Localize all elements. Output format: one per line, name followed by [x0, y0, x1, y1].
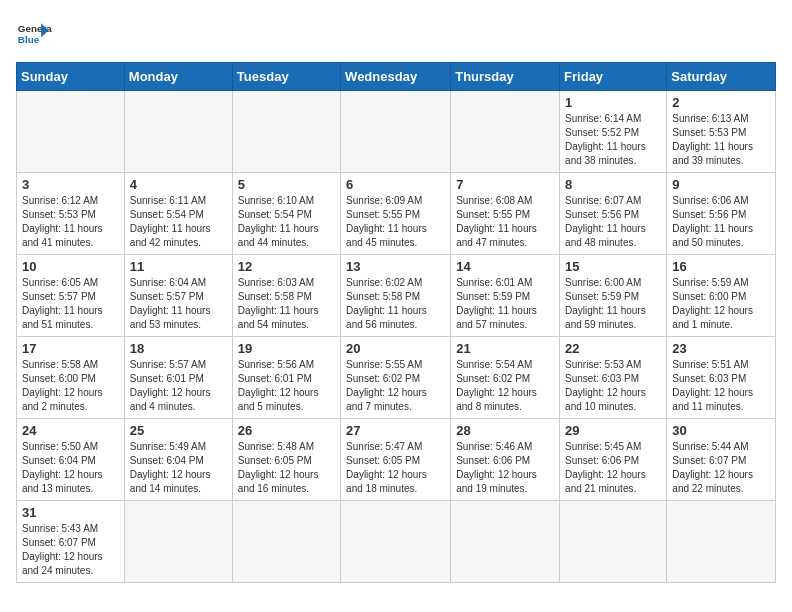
- day-number: 28: [456, 423, 554, 438]
- calendar-cell: [341, 91, 451, 173]
- day-info: Sunrise: 5:44 AM Sunset: 6:07 PM Dayligh…: [672, 440, 770, 496]
- calendar-cell: 10Sunrise: 6:05 AM Sunset: 5:57 PM Dayli…: [17, 255, 125, 337]
- calendar-table: SundayMondayTuesdayWednesdayThursdayFrid…: [16, 62, 776, 583]
- day-info: Sunrise: 6:07 AM Sunset: 5:56 PM Dayligh…: [565, 194, 661, 250]
- svg-text:Blue: Blue: [18, 34, 40, 45]
- weekday-header-wednesday: Wednesday: [341, 63, 451, 91]
- day-info: Sunrise: 5:55 AM Sunset: 6:02 PM Dayligh…: [346, 358, 445, 414]
- day-info: Sunrise: 6:09 AM Sunset: 5:55 PM Dayligh…: [346, 194, 445, 250]
- calendar-cell: 29Sunrise: 5:45 AM Sunset: 6:06 PM Dayli…: [560, 419, 667, 501]
- calendar-cell: 7Sunrise: 6:08 AM Sunset: 5:55 PM Daylig…: [451, 173, 560, 255]
- day-info: Sunrise: 5:56 AM Sunset: 6:01 PM Dayligh…: [238, 358, 335, 414]
- calendar-cell: 15Sunrise: 6:00 AM Sunset: 5:59 PM Dayli…: [560, 255, 667, 337]
- calendar-cell: [232, 91, 340, 173]
- calendar-cell: 13Sunrise: 6:02 AM Sunset: 5:58 PM Dayli…: [341, 255, 451, 337]
- day-info: Sunrise: 6:10 AM Sunset: 5:54 PM Dayligh…: [238, 194, 335, 250]
- day-number: 20: [346, 341, 445, 356]
- weekday-header-monday: Monday: [124, 63, 232, 91]
- calendar-cell: 31Sunrise: 5:43 AM Sunset: 6:07 PM Dayli…: [17, 501, 125, 583]
- day-number: 19: [238, 341, 335, 356]
- weekday-header-tuesday: Tuesday: [232, 63, 340, 91]
- day-info: Sunrise: 6:08 AM Sunset: 5:55 PM Dayligh…: [456, 194, 554, 250]
- weekday-header-thursday: Thursday: [451, 63, 560, 91]
- day-number: 26: [238, 423, 335, 438]
- calendar-cell: 11Sunrise: 6:04 AM Sunset: 5:57 PM Dayli…: [124, 255, 232, 337]
- header: General Blue: [16, 16, 776, 52]
- day-info: Sunrise: 5:50 AM Sunset: 6:04 PM Dayligh…: [22, 440, 119, 496]
- calendar-cell: 25Sunrise: 5:49 AM Sunset: 6:04 PM Dayli…: [124, 419, 232, 501]
- calendar-cell: 5Sunrise: 6:10 AM Sunset: 5:54 PM Daylig…: [232, 173, 340, 255]
- day-info: Sunrise: 5:54 AM Sunset: 6:02 PM Dayligh…: [456, 358, 554, 414]
- day-info: Sunrise: 5:53 AM Sunset: 6:03 PM Dayligh…: [565, 358, 661, 414]
- calendar-cell: [451, 501, 560, 583]
- day-number: 16: [672, 259, 770, 274]
- svg-text:General: General: [18, 23, 52, 34]
- calendar-week-row: 31Sunrise: 5:43 AM Sunset: 6:07 PM Dayli…: [17, 501, 776, 583]
- calendar-header-row: SundayMondayTuesdayWednesdayThursdayFrid…: [17, 63, 776, 91]
- calendar-cell: 24Sunrise: 5:50 AM Sunset: 6:04 PM Dayli…: [17, 419, 125, 501]
- day-info: Sunrise: 6:02 AM Sunset: 5:58 PM Dayligh…: [346, 276, 445, 332]
- calendar-cell: [451, 91, 560, 173]
- calendar-cell: 23Sunrise: 5:51 AM Sunset: 6:03 PM Dayli…: [667, 337, 776, 419]
- day-number: 29: [565, 423, 661, 438]
- day-number: 10: [22, 259, 119, 274]
- calendar-week-row: 17Sunrise: 5:58 AM Sunset: 6:00 PM Dayli…: [17, 337, 776, 419]
- day-info: Sunrise: 5:57 AM Sunset: 6:01 PM Dayligh…: [130, 358, 227, 414]
- day-number: 22: [565, 341, 661, 356]
- day-info: Sunrise: 5:45 AM Sunset: 6:06 PM Dayligh…: [565, 440, 661, 496]
- calendar-cell: 22Sunrise: 5:53 AM Sunset: 6:03 PM Dayli…: [560, 337, 667, 419]
- day-number: 18: [130, 341, 227, 356]
- calendar-week-row: 1Sunrise: 6:14 AM Sunset: 5:52 PM Daylig…: [17, 91, 776, 173]
- day-info: Sunrise: 5:48 AM Sunset: 6:05 PM Dayligh…: [238, 440, 335, 496]
- calendar-cell: 19Sunrise: 5:56 AM Sunset: 6:01 PM Dayli…: [232, 337, 340, 419]
- calendar-cell: 16Sunrise: 5:59 AM Sunset: 6:00 PM Dayli…: [667, 255, 776, 337]
- calendar-cell: 20Sunrise: 5:55 AM Sunset: 6:02 PM Dayli…: [341, 337, 451, 419]
- calendar-cell: 27Sunrise: 5:47 AM Sunset: 6:05 PM Dayli…: [341, 419, 451, 501]
- calendar-cell: [124, 91, 232, 173]
- day-info: Sunrise: 6:03 AM Sunset: 5:58 PM Dayligh…: [238, 276, 335, 332]
- day-number: 4: [130, 177, 227, 192]
- calendar-week-row: 10Sunrise: 6:05 AM Sunset: 5:57 PM Dayli…: [17, 255, 776, 337]
- day-number: 30: [672, 423, 770, 438]
- day-number: 14: [456, 259, 554, 274]
- calendar-cell: 2Sunrise: 6:13 AM Sunset: 5:53 PM Daylig…: [667, 91, 776, 173]
- calendar-cell: 14Sunrise: 6:01 AM Sunset: 5:59 PM Dayli…: [451, 255, 560, 337]
- calendar-cell: 9Sunrise: 6:06 AM Sunset: 5:56 PM Daylig…: [667, 173, 776, 255]
- day-number: 3: [22, 177, 119, 192]
- calendar-cell: [17, 91, 125, 173]
- day-number: 11: [130, 259, 227, 274]
- day-info: Sunrise: 5:51 AM Sunset: 6:03 PM Dayligh…: [672, 358, 770, 414]
- day-info: Sunrise: 6:11 AM Sunset: 5:54 PM Dayligh…: [130, 194, 227, 250]
- day-number: 31: [22, 505, 119, 520]
- calendar-cell: [124, 501, 232, 583]
- calendar-cell: 3Sunrise: 6:12 AM Sunset: 5:53 PM Daylig…: [17, 173, 125, 255]
- calendar-cell: 28Sunrise: 5:46 AM Sunset: 6:06 PM Dayli…: [451, 419, 560, 501]
- day-info: Sunrise: 5:59 AM Sunset: 6:00 PM Dayligh…: [672, 276, 770, 332]
- calendar-cell: [667, 501, 776, 583]
- day-number: 12: [238, 259, 335, 274]
- day-number: 7: [456, 177, 554, 192]
- calendar-week-row: 3Sunrise: 6:12 AM Sunset: 5:53 PM Daylig…: [17, 173, 776, 255]
- calendar-cell: 30Sunrise: 5:44 AM Sunset: 6:07 PM Dayli…: [667, 419, 776, 501]
- calendar-cell: 18Sunrise: 5:57 AM Sunset: 6:01 PM Dayli…: [124, 337, 232, 419]
- calendar-cell: [232, 501, 340, 583]
- day-number: 23: [672, 341, 770, 356]
- logo-icon: General Blue: [16, 16, 52, 52]
- day-number: 1: [565, 95, 661, 110]
- calendar-cell: [341, 501, 451, 583]
- day-info: Sunrise: 5:43 AM Sunset: 6:07 PM Dayligh…: [22, 522, 119, 578]
- day-number: 5: [238, 177, 335, 192]
- day-number: 9: [672, 177, 770, 192]
- calendar-cell: 8Sunrise: 6:07 AM Sunset: 5:56 PM Daylig…: [560, 173, 667, 255]
- calendar-cell: 4Sunrise: 6:11 AM Sunset: 5:54 PM Daylig…: [124, 173, 232, 255]
- day-number: 15: [565, 259, 661, 274]
- day-number: 2: [672, 95, 770, 110]
- calendar-cell: 6Sunrise: 6:09 AM Sunset: 5:55 PM Daylig…: [341, 173, 451, 255]
- day-number: 17: [22, 341, 119, 356]
- calendar-cell: 12Sunrise: 6:03 AM Sunset: 5:58 PM Dayli…: [232, 255, 340, 337]
- day-number: 25: [130, 423, 227, 438]
- weekday-header-saturday: Saturday: [667, 63, 776, 91]
- calendar-cell: [560, 501, 667, 583]
- logo: General Blue: [16, 16, 52, 52]
- day-info: Sunrise: 6:06 AM Sunset: 5:56 PM Dayligh…: [672, 194, 770, 250]
